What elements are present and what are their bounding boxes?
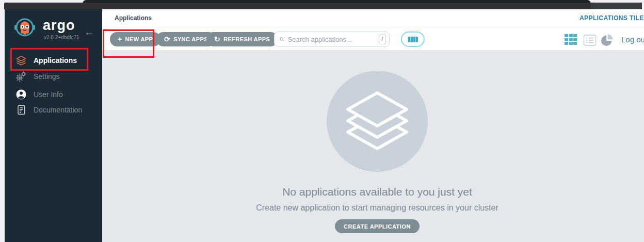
page-title-right: APPLICATIONS TILES (579, 14, 644, 22)
keyboard-toggle-icon (408, 37, 418, 42)
browser-chrome-bar (4, 3, 642, 9)
sidebar: argo v2.8.2+dbdfc71 ← Applications (5, 9, 102, 242)
argo-logo-text: argo (43, 18, 75, 34)
slash-shortcut-badge: / (379, 34, 386, 44)
sync-apps-button-label: SYNC APPS (173, 36, 208, 42)
browser-chrome-right-segment (591, 3, 642, 9)
logo-row: argo v2.8.2+dbdfc71 ← (13, 15, 101, 42)
argo-octopus-logo-icon (14, 17, 37, 40)
empty-state-circle (327, 71, 428, 172)
sidebar-item-label: User Info (34, 90, 63, 99)
empty-state-title: No applications available to you just ye… (110, 186, 644, 198)
gears-icon (15, 70, 27, 83)
document-icon (15, 104, 27, 116)
top-bar: Applications APPLICATIONS TILES + NEW AP… (102, 9, 644, 50)
sidebar-item-documentation[interactable]: Documentation (5, 102, 102, 118)
refresh-icon: ↻ (214, 36, 220, 43)
version-label: v2.8.2+dbdfc71 (44, 35, 79, 40)
tiles-view-icon[interactable] (565, 34, 578, 46)
search-icon (280, 36, 284, 43)
header-separator (102, 28, 644, 28)
sidebar-item-settings[interactable]: Settings (5, 68, 102, 85)
list-view-icon[interactable] (583, 34, 597, 46)
sync-icon: ⟳ (164, 36, 170, 43)
screenshot-root: argo v2.8.2+dbdfc71 ← Applications (0, 0, 644, 242)
sidebar-collapse-icon[interactable]: ← (84, 27, 94, 37)
new-app-button[interactable]: + NEW APP (110, 32, 160, 46)
sidebar-item-user-info[interactable]: User Info (5, 86, 102, 103)
breadcrumb: Applications (115, 14, 152, 22)
logout-link[interactable]: Log out (621, 35, 644, 44)
applications-content: No applications available to you just ye… (102, 50, 644, 242)
sidebar-item-label: Applications (34, 56, 77, 64)
favorites-toggle[interactable] (401, 31, 425, 47)
plus-icon: + (118, 36, 122, 43)
empty-state-subtitle: Create new application to start managing… (110, 203, 644, 213)
sidebar-item-label: Documentation (34, 106, 82, 114)
sidebar-item-label: Settings (34, 72, 60, 80)
user-icon (15, 88, 27, 101)
pie-chart-icon[interactable] (601, 34, 614, 46)
refresh-apps-button[interactable]: ↻ REFRESH APPS (206, 32, 278, 46)
search-box[interactable]: / (274, 31, 390, 47)
stacked-layers-icon (344, 90, 411, 153)
new-app-button-label: NEW APP (125, 36, 153, 42)
sidebar-item-applications[interactable]: Applications (5, 52, 102, 69)
create-application-button[interactable]: CREATE APPLICATION (335, 219, 420, 233)
layers-icon (15, 54, 27, 67)
app-window: argo v2.8.2+dbdfc71 ← Applications (5, 9, 644, 242)
refresh-apps-button-label: REFRESH APPS (223, 36, 270, 42)
search-input[interactable] (288, 36, 379, 43)
